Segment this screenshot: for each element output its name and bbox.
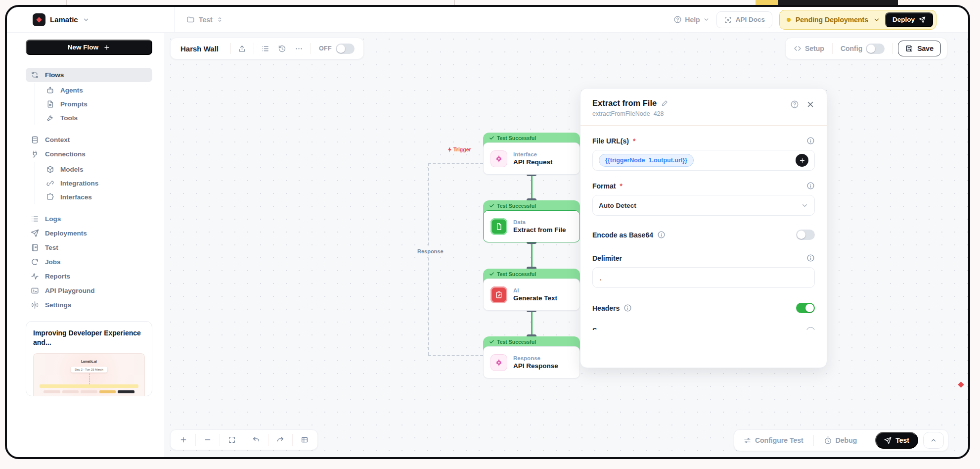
save-button[interactable]: Save [898, 41, 941, 56]
sidebar-item-deployments[interactable]: Deployments [26, 226, 152, 240]
sidebar-item-connections[interactable]: Connections [26, 147, 152, 161]
info-icon[interactable] [806, 137, 815, 145]
sidebar-item-context[interactable]: Context [26, 133, 152, 147]
version-history-button[interactable] [274, 40, 291, 57]
collapse-panel-button[interactable] [923, 432, 944, 449]
help-menu[interactable]: Help [673, 15, 709, 24]
panel-title: Extract from File [592, 98, 657, 108]
response-edge-dashed [428, 163, 429, 355]
setup-button[interactable]: Setup [789, 45, 829, 52]
pending-deployments-label[interactable]: Pending Deployments [796, 16, 868, 24]
close-icon[interactable] [806, 100, 815, 109]
edit-pencil-icon[interactable] [661, 99, 668, 107]
add-url-button[interactable] [796, 154, 808, 167]
promo-title: Improving Developer Experience and... [33, 328, 145, 347]
sidebar-item-models[interactable]: Models [41, 162, 152, 176]
response-edge-dashed [428, 355, 483, 356]
encode-base64-toggle[interactable] [796, 230, 815, 240]
undo-button[interactable] [245, 431, 267, 448]
workspace-switcher[interactable]: Lamatic [7, 13, 174, 26]
deploy-button[interactable]: Deploy [885, 12, 933, 27]
sidebar-item-logs[interactable]: Logs [26, 212, 152, 226]
node-category: Response [513, 355, 558, 361]
promo-thumb-brand: Lamatic.ai [34, 360, 144, 363]
code-icon [794, 45, 802, 52]
flow-canvas[interactable]: Harsh Wall OFF Setup [164, 33, 968, 457]
sidebar-item-settings[interactable]: Settings [26, 298, 152, 312]
flow-node-api-response[interactable]: Test Successful Response API Response [483, 336, 580, 378]
fit-view-button[interactable] [221, 431, 243, 448]
promo-thumb-row [44, 390, 134, 393]
pending-deployments-pill: Pending Deployments Deploy [779, 10, 936, 30]
redo-button[interactable] [269, 431, 291, 448]
promo-thumbnail: Lamatic.ai Day 2 - Tue 25 March [33, 353, 145, 396]
test-button[interactable]: Test [875, 432, 918, 449]
configure-test-button[interactable]: Configure Test [738, 436, 808, 445]
sidebar-item-agents[interactable]: Agents [41, 83, 152, 97]
node-card[interactable]: Response API Response [483, 346, 580, 378]
config-toggle[interactable] [866, 44, 885, 54]
run-toolbar: Configure Test Debug Test [734, 429, 948, 451]
project-selector[interactable]: Test [175, 15, 223, 24]
sidebar-item-jobs[interactable]: Jobs [26, 255, 152, 269]
panel-divider [580, 125, 827, 126]
chevron-down-icon [703, 16, 710, 23]
flow-node-api-request[interactable]: Test Successful Interface API Request [483, 133, 580, 175]
promo-card[interactable]: Improving Developer Experience and... La… [26, 321, 152, 396]
delimiter-input[interactable]: , [592, 267, 815, 288]
encode-base64-label: Encode as Base64 [592, 231, 653, 239]
config-label: Config [841, 45, 862, 52]
flow-node-extract-from-file[interactable]: Test Successful Data Extract from File [483, 200, 580, 242]
new-flow-button[interactable]: New Flow [26, 40, 152, 55]
api-docs-button[interactable]: API Docs [716, 11, 772, 28]
sidebar-item-integrations[interactable]: Integrations [41, 176, 152, 190]
headers-toggle[interactable] [796, 303, 815, 313]
debug-button[interactable]: Debug [819, 436, 862, 445]
sidebar-item-interfaces[interactable]: Interfaces [41, 190, 152, 204]
sidebar-item-label: Interfaces [60, 193, 92, 201]
sidebar-item-flows[interactable]: Flows [26, 68, 152, 82]
variable-pill[interactable]: {{triggerNode_1.output.url}} [599, 154, 694, 167]
redo-icon [276, 436, 284, 444]
sidebar-item-label: Test [45, 244, 58, 251]
plus-icon [103, 44, 110, 51]
sidebar-item-tools[interactable]: Tools [41, 111, 152, 125]
grid-table-button[interactable] [294, 431, 315, 448]
project-name: Test [199, 16, 213, 24]
list-icon [261, 45, 269, 53]
connector-line [531, 241, 533, 270]
sidebar-item-prompts[interactable]: Prompts [41, 97, 152, 111]
info-icon[interactable] [657, 231, 666, 239]
zoom-out-button[interactable] [197, 431, 219, 448]
info-icon[interactable] [806, 254, 815, 262]
sidebar-item-label: Jobs [45, 258, 61, 266]
sidebar-nav: Flows Agents Prompts Tools Cont [26, 68, 152, 312]
setup-label: Setup [805, 45, 824, 52]
cube-icon [46, 165, 54, 174]
sidebar-item-test[interactable]: Test [26, 240, 152, 255]
help-label: Help [685, 16, 700, 24]
share-export-button[interactable] [234, 40, 251, 57]
info-icon[interactable] [806, 182, 815, 190]
info-icon[interactable] [624, 304, 632, 312]
sidebar: New Flow Flows Agents Prompts Tools [7, 33, 164, 457]
help-circle-icon[interactable] [790, 100, 799, 109]
flow-node-generate-text[interactable]: Test Successful AI Generate Text [483, 269, 580, 311]
file-url-input[interactable]: {{triggerNode_1.output.url}} [592, 150, 815, 171]
chevron-down-icon[interactable] [873, 16, 880, 23]
node-card[interactable]: AI Generate Text [483, 279, 580, 311]
zoom-in-button[interactable] [173, 431, 194, 448]
format-select[interactable]: Auto Detect [592, 195, 815, 216]
more-options-button[interactable] [291, 40, 308, 57]
flow-enable-toggle[interactable] [336, 44, 355, 54]
setup-toolbar: Setup Config Save [785, 38, 947, 59]
node-card[interactable]: Interface API Request [483, 142, 580, 175]
sidebar-item-api-playground[interactable]: API Playground [26, 283, 152, 298]
sidebar-item-reports[interactable]: Reports [26, 269, 152, 283]
connections-subgroup: Models Integrations Interfaces [35, 162, 152, 204]
node-card-selected[interactable]: Data Extract from File [483, 210, 580, 242]
gear-icon [31, 301, 39, 309]
wrench-icon [46, 114, 54, 122]
send-icon [919, 16, 926, 23]
node-list-button[interactable] [257, 40, 274, 57]
